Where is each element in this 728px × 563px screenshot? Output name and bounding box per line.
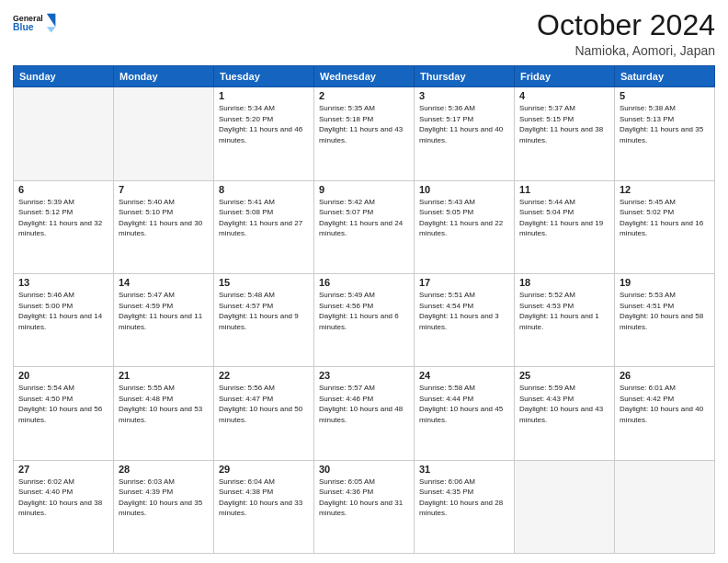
- day-detail: Sunrise: 5:41 AM Sunset: 5:08 PM Dayligh…: [219, 197, 309, 239]
- day-detail: Sunrise: 5:55 AM Sunset: 4:48 PM Dayligh…: [119, 383, 209, 425]
- day-number: 13: [18, 277, 108, 288]
- logo-icon: General Blue: [13, 9, 57, 39]
- day-number: 19: [620, 277, 710, 288]
- title-block: October 2024 Namioka, Aomori, Japan: [537, 9, 715, 58]
- day-number: 27: [18, 464, 108, 475]
- calendar-week-2: 6Sunrise: 5:39 AM Sunset: 5:12 PM Daylig…: [14, 180, 715, 273]
- calendar: Sunday Monday Tuesday Wednesday Thursday…: [13, 65, 715, 554]
- calendar-cell: 25Sunrise: 5:59 AM Sunset: 4:43 PM Dayli…: [515, 367, 615, 460]
- day-number: 24: [419, 370, 509, 381]
- calendar-cell: 14Sunrise: 5:47 AM Sunset: 4:59 PM Dayli…: [114, 273, 214, 366]
- calendar-cell: 7Sunrise: 5:40 AM Sunset: 5:10 PM Daylig…: [114, 180, 214, 273]
- day-detail: Sunrise: 5:52 AM Sunset: 4:53 PM Dayligh…: [519, 290, 609, 332]
- header: General Blue October 2024 Namioka, Aomor…: [13, 9, 715, 58]
- main-title: October 2024: [537, 9, 715, 41]
- day-detail: Sunrise: 5:57 AM Sunset: 4:46 PM Dayligh…: [319, 383, 409, 425]
- calendar-cell: 15Sunrise: 5:48 AM Sunset: 4:57 PM Dayli…: [214, 273, 314, 366]
- col-saturday: Saturday: [615, 66, 715, 87]
- calendar-header-row: Sunday Monday Tuesday Wednesday Thursday…: [14, 66, 715, 87]
- day-detail: Sunrise: 5:42 AM Sunset: 5:07 PM Dayligh…: [319, 197, 409, 239]
- svg-marker-2: [47, 14, 56, 27]
- day-detail: Sunrise: 6:04 AM Sunset: 4:38 PM Dayligh…: [219, 477, 309, 519]
- day-detail: Sunrise: 5:59 AM Sunset: 4:43 PM Dayligh…: [519, 383, 609, 425]
- day-number: 9: [319, 184, 409, 195]
- day-detail: Sunrise: 6:06 AM Sunset: 4:35 PM Dayligh…: [419, 477, 509, 519]
- day-number: 11: [519, 184, 609, 195]
- calendar-cell: 28Sunrise: 6:03 AM Sunset: 4:39 PM Dayli…: [114, 460, 214, 553]
- calendar-week-3: 13Sunrise: 5:46 AM Sunset: 5:00 PM Dayli…: [14, 273, 715, 366]
- day-number: 28: [119, 464, 209, 475]
- day-detail: Sunrise: 5:43 AM Sunset: 5:05 PM Dayligh…: [419, 197, 509, 239]
- calendar-cell: 3Sunrise: 5:36 AM Sunset: 5:17 PM Daylig…: [415, 87, 515, 180]
- day-detail: Sunrise: 5:34 AM Sunset: 5:20 PM Dayligh…: [219, 103, 309, 145]
- day-number: 21: [119, 370, 209, 381]
- calendar-cell: 17Sunrise: 5:51 AM Sunset: 4:54 PM Dayli…: [415, 273, 515, 366]
- day-number: 23: [319, 370, 409, 381]
- col-thursday: Thursday: [415, 66, 515, 87]
- calendar-cell: [14, 87, 114, 180]
- day-detail: Sunrise: 5:37 AM Sunset: 5:15 PM Dayligh…: [519, 103, 609, 145]
- col-tuesday: Tuesday: [214, 66, 314, 87]
- day-number: 12: [620, 184, 710, 195]
- calendar-cell: 2Sunrise: 5:35 AM Sunset: 5:18 PM Daylig…: [314, 87, 415, 180]
- day-detail: Sunrise: 6:01 AM Sunset: 4:42 PM Dayligh…: [620, 383, 710, 425]
- calendar-cell: 1Sunrise: 5:34 AM Sunset: 5:20 PM Daylig…: [214, 87, 314, 180]
- calendar-cell: [615, 460, 715, 553]
- day-detail: Sunrise: 5:54 AM Sunset: 4:50 PM Dayligh…: [18, 383, 108, 425]
- day-number: 16: [319, 277, 409, 288]
- day-detail: Sunrise: 5:53 AM Sunset: 4:51 PM Dayligh…: [620, 290, 710, 332]
- day-number: 1: [219, 90, 309, 101]
- day-number: 25: [519, 370, 609, 381]
- day-detail: Sunrise: 5:36 AM Sunset: 5:17 PM Dayligh…: [419, 103, 509, 145]
- day-number: 6: [18, 184, 108, 195]
- calendar-cell: 31Sunrise: 6:06 AM Sunset: 4:35 PM Dayli…: [415, 460, 515, 553]
- day-detail: Sunrise: 5:45 AM Sunset: 5:02 PM Dayligh…: [620, 197, 710, 239]
- calendar-cell: [515, 460, 615, 553]
- subtitle: Namioka, Aomori, Japan: [537, 43, 715, 58]
- calendar-cell: 20Sunrise: 5:54 AM Sunset: 4:50 PM Dayli…: [14, 367, 114, 460]
- page: General Blue October 2024 Namioka, Aomor…: [0, 0, 728, 563]
- day-detail: Sunrise: 5:40 AM Sunset: 5:10 PM Dayligh…: [119, 197, 209, 239]
- day-number: 29: [219, 464, 309, 475]
- day-detail: Sunrise: 5:47 AM Sunset: 4:59 PM Dayligh…: [119, 290, 209, 332]
- day-number: 3: [419, 90, 509, 101]
- col-wednesday: Wednesday: [314, 66, 415, 87]
- day-detail: Sunrise: 5:48 AM Sunset: 4:57 PM Dayligh…: [219, 290, 309, 332]
- calendar-cell: 13Sunrise: 5:46 AM Sunset: 5:00 PM Dayli…: [14, 273, 114, 366]
- calendar-cell: 22Sunrise: 5:56 AM Sunset: 4:47 PM Dayli…: [214, 367, 314, 460]
- day-detail: Sunrise: 6:05 AM Sunset: 4:36 PM Dayligh…: [319, 477, 409, 519]
- calendar-week-4: 20Sunrise: 5:54 AM Sunset: 4:50 PM Dayli…: [14, 367, 715, 460]
- calendar-cell: 6Sunrise: 5:39 AM Sunset: 5:12 PM Daylig…: [14, 180, 114, 273]
- day-number: 14: [119, 277, 209, 288]
- calendar-week-1: 1Sunrise: 5:34 AM Sunset: 5:20 PM Daylig…: [14, 87, 715, 180]
- day-number: 18: [519, 277, 609, 288]
- day-detail: Sunrise: 5:56 AM Sunset: 4:47 PM Dayligh…: [219, 383, 309, 425]
- day-number: 5: [620, 90, 710, 101]
- calendar-cell: 23Sunrise: 5:57 AM Sunset: 4:46 PM Dayli…: [314, 367, 415, 460]
- day-number: 2: [319, 90, 409, 101]
- day-detail: Sunrise: 6:03 AM Sunset: 4:39 PM Dayligh…: [119, 477, 209, 519]
- day-detail: Sunrise: 5:58 AM Sunset: 4:44 PM Dayligh…: [419, 383, 509, 425]
- calendar-cell: 16Sunrise: 5:49 AM Sunset: 4:56 PM Dayli…: [314, 273, 415, 366]
- calendar-cell: 18Sunrise: 5:52 AM Sunset: 4:53 PM Dayli…: [515, 273, 615, 366]
- day-number: 15: [219, 277, 309, 288]
- calendar-cell: 29Sunrise: 6:04 AM Sunset: 4:38 PM Dayli…: [214, 460, 314, 553]
- day-detail: Sunrise: 5:35 AM Sunset: 5:18 PM Dayligh…: [319, 103, 409, 145]
- svg-marker-3: [47, 27, 56, 32]
- calendar-cell: 4Sunrise: 5:37 AM Sunset: 5:15 PM Daylig…: [515, 87, 615, 180]
- svg-text:Blue: Blue: [13, 22, 34, 32]
- day-number: 7: [119, 184, 209, 195]
- day-number: 26: [620, 370, 710, 381]
- calendar-cell: 30Sunrise: 6:05 AM Sunset: 4:36 PM Dayli…: [314, 460, 415, 553]
- day-detail: Sunrise: 6:02 AM Sunset: 4:40 PM Dayligh…: [18, 477, 108, 519]
- calendar-cell: 21Sunrise: 5:55 AM Sunset: 4:48 PM Dayli…: [114, 367, 214, 460]
- day-detail: Sunrise: 5:46 AM Sunset: 5:00 PM Dayligh…: [18, 290, 108, 332]
- calendar-week-5: 27Sunrise: 6:02 AM Sunset: 4:40 PM Dayli…: [14, 460, 715, 553]
- calendar-cell: 24Sunrise: 5:58 AM Sunset: 4:44 PM Dayli…: [415, 367, 515, 460]
- calendar-cell: 9Sunrise: 5:42 AM Sunset: 5:07 PM Daylig…: [314, 180, 415, 273]
- day-detail: Sunrise: 5:51 AM Sunset: 4:54 PM Dayligh…: [419, 290, 509, 332]
- day-number: 20: [18, 370, 108, 381]
- calendar-cell: 12Sunrise: 5:45 AM Sunset: 5:02 PM Dayli…: [615, 180, 715, 273]
- day-number: 17: [419, 277, 509, 288]
- day-number: 31: [419, 464, 509, 475]
